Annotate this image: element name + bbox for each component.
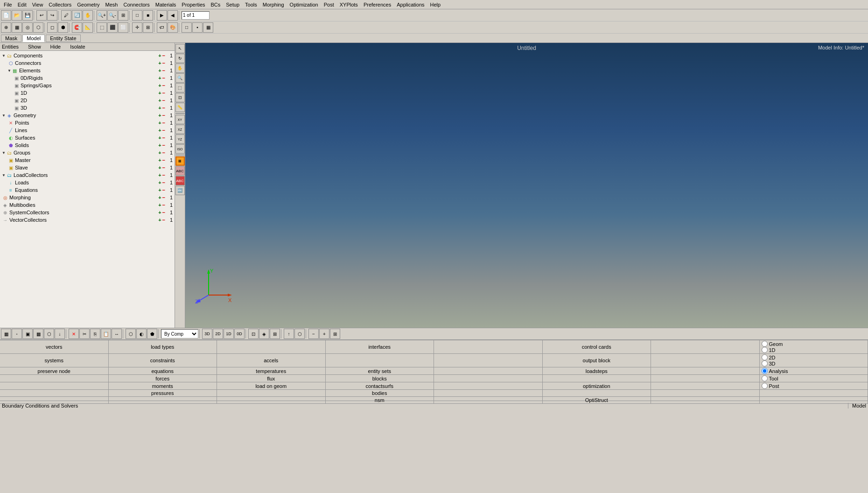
cell-interfaces[interactable]: interfaces <box>326 340 434 353</box>
collapse-groups[interactable]: ▼ <box>2 151 6 155</box>
tb-new[interactable]: 📄 <box>1 10 11 21</box>
radio-tool[interactable]: Tool <box>762 375 778 381</box>
vtb-fit[interactable]: ⊡ <box>175 93 185 102</box>
cell-preserve-node[interactable]: preserve node <box>0 367 109 374</box>
cell-forces[interactable]: forces <box>109 375 217 382</box>
tree-master[interactable]: ▣ Master + − 1 <box>1 156 174 164</box>
system-collectors-hide[interactable]: − <box>162 210 165 215</box>
springs-hide[interactable]: − <box>162 83 165 88</box>
btb-nodes[interactable]: ◦ <box>12 329 22 339</box>
page-counter[interactable] <box>182 11 210 20</box>
tree-vector-collectors[interactable]: → VectorCollectors + − 1 <box>1 216 174 224</box>
3d-show[interactable]: + <box>158 105 161 111</box>
btb-norm[interactable]: ↑ <box>284 329 294 339</box>
vtb-display-mode[interactable]: ▦ <box>175 156 185 166</box>
btb-2d-view[interactable]: 2D <box>213 329 223 339</box>
groups-show[interactable]: + <box>158 150 161 155</box>
tb2-6[interactable]: ⬢ <box>58 22 68 33</box>
btb-select-mode[interactable]: ▦ <box>1 329 11 339</box>
radio-analysis-input[interactable] <box>762 368 768 374</box>
radio-tool-input[interactable] <box>762 375 768 381</box>
surfaces-hide[interactable]: − <box>162 135 165 141</box>
collapse-components[interactable]: ▼ <box>2 54 6 58</box>
btb-zoom-plus[interactable]: + <box>319 329 329 339</box>
points-show[interactable]: + <box>158 120 161 126</box>
cell-contactsurfs[interactable]: contactsurfs <box>326 382 434 389</box>
vtb-abc2[interactable]: ABC <box>175 176 185 185</box>
tree-2d[interactable]: ▣ 2D + − 1 <box>1 97 174 104</box>
tb2-color[interactable]: 🎨 <box>168 22 178 33</box>
connectors-hide[interactable]: − <box>162 60 165 66</box>
tree-surfaces[interactable]: ◐ Surfaces + − 1 <box>1 134 174 141</box>
tb2-measure[interactable]: 📐 <box>83 22 93 33</box>
tb-shaded[interactable]: ■ <box>143 10 153 21</box>
radio-1d-input[interactable] <box>762 347 768 353</box>
1d-show[interactable]: + <box>158 90 161 96</box>
3d-hide[interactable]: − <box>162 105 165 111</box>
groups-hide[interactable]: − <box>162 150 165 155</box>
menu-connectors[interactable]: Connectors <box>120 1 152 8</box>
2d-show[interactable]: + <box>158 98 161 103</box>
cell-nsm[interactable]: nsm <box>326 397 434 403</box>
cell-systems[interactable]: systems <box>0 354 109 367</box>
btb-mesh[interactable]: ⬡ <box>126 329 136 339</box>
tb2-1[interactable]: ⊕ <box>1 22 11 33</box>
menu-properties[interactable]: Properties <box>179 1 208 8</box>
vtb-pan[interactable]: ✋ <box>175 63 185 73</box>
btb-paste[interactable]: 📋 <box>101 329 111 339</box>
elements-hide[interactable]: − <box>162 68 165 73</box>
vtb-select[interactable]: ↖ <box>175 44 185 53</box>
tb2-render3[interactable]: ▦ <box>203 22 213 33</box>
tab-model[interactable]: Model <box>22 35 45 42</box>
tb-open[interactable]: 📂 <box>12 10 22 21</box>
tree-connectors[interactable]: ⬡ Connectors + − 1 <box>1 59 174 67</box>
vtb-yz[interactable]: YZ <box>175 134 185 144</box>
btb-del[interactable]: ✕ <box>69 329 79 339</box>
tb-select[interactable]: 🖊 <box>61 10 71 21</box>
tree-0d-rigids[interactable]: ▣ 0D/Rigids + − 1 <box>1 74 174 82</box>
tb2-render2[interactable]: ▪ <box>192 22 203 33</box>
viewport[interactable]: Untitled Model Info: Untitled* Y X Z <box>185 43 868 328</box>
solids-show[interactable]: + <box>158 142 161 148</box>
cell-moments[interactable]: moments <box>109 382 217 389</box>
menu-file[interactable]: File <box>1 1 15 8</box>
vtb-xy[interactable]: XY <box>175 115 185 124</box>
vtb-xz[interactable]: XZ <box>175 125 185 134</box>
btb-cut[interactable]: ✂ <box>79 329 90 339</box>
btb-solid[interactable]: ⬟ <box>147 329 157 339</box>
cell-constraints[interactable]: constraints <box>109 354 217 367</box>
tb-fit[interactable]: ⊞ <box>118 10 128 21</box>
tree-slave[interactable]: ▣ Slave + − 1 <box>1 164 174 171</box>
tb-save[interactable]: 💾 <box>22 10 33 21</box>
vtb-zoom[interactable]: 🔍 <box>175 73 185 83</box>
tb-view1[interactable]: ▶ <box>157 10 167 21</box>
tb-zoom-in[interactable]: 🔍+ <box>97 10 107 21</box>
vector-collectors-hide[interactable]: − <box>162 217 165 223</box>
btb-comps[interactable]: ▦ <box>33 329 43 339</box>
btb-zoom-full[interactable]: ⊞ <box>330 329 340 339</box>
tree-geometry[interactable]: ▼ ◈ Geometry + − 1 <box>1 112 174 119</box>
tree-multibodies[interactable]: ◈ Multibodies + − 1 <box>1 201 174 209</box>
cell-entity-sets[interactable]: entity sets <box>326 367 434 374</box>
multibodies-hide[interactable]: − <box>162 202 165 208</box>
menu-collectors[interactable]: Collectors <box>46 1 74 8</box>
tb2-axes[interactable]: ✛ <box>132 22 142 33</box>
btb-zoom-minus[interactable]: − <box>308 329 319 339</box>
multibodies-show[interactable]: + <box>158 202 161 208</box>
menu-post[interactable]: Post <box>321 1 337 8</box>
cell-load-types[interactable]: load types <box>109 340 217 353</box>
radio-geom-input[interactable] <box>762 341 768 347</box>
geometry-show[interactable]: + <box>158 113 161 118</box>
load-collectors-hide[interactable]: − <box>162 172 165 178</box>
cell-accels[interactable]: accels <box>217 354 326 367</box>
tab-entity-state[interactable]: Entity State <box>46 35 80 42</box>
btb-3d-view[interactable]: 3D <box>202 329 212 339</box>
menu-optimization[interactable]: Optimization <box>287 1 321 8</box>
vtb-zoom-box[interactable]: ⬚ <box>175 83 185 92</box>
1d-hide[interactable]: − <box>162 90 165 96</box>
menu-materials[interactable]: Materials <box>153 1 179 8</box>
tb2-snap[interactable]: 🧲 <box>72 22 82 33</box>
cell-flux[interactable]: flux <box>217 375 326 382</box>
tree-elements[interactable]: ▼ ▦ Elements + − 1 <box>1 67 174 74</box>
tree-3d[interactable]: ▣ 3D + − 1 <box>1 104 174 112</box>
